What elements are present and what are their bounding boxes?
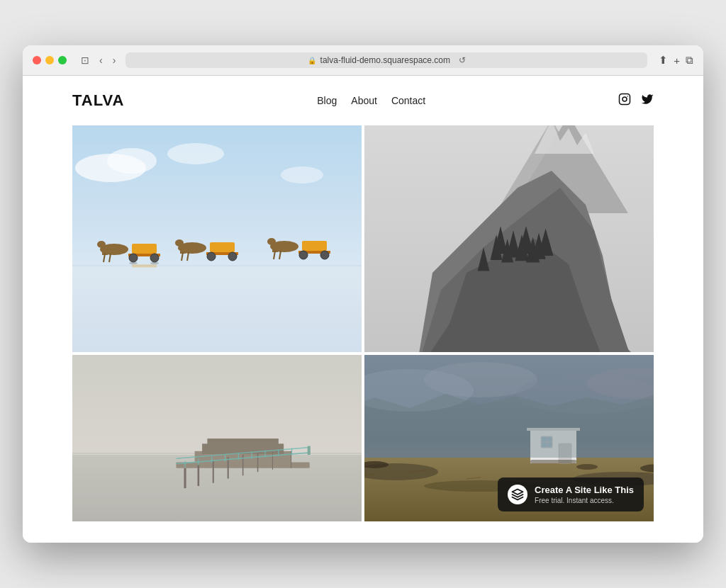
- nav-blog[interactable]: Blog: [317, 95, 337, 106]
- photo-shed[interactable]: Create A Site Like This Free trial. Inst…: [364, 355, 654, 521]
- close-button[interactable]: [33, 56, 41, 64]
- maximize-button[interactable]: [58, 56, 67, 64]
- svg-rect-8: [72, 267, 362, 352]
- minimize-button[interactable]: [45, 56, 54, 64]
- svg-rect-10: [132, 244, 157, 254]
- svg-point-13: [150, 254, 159, 262]
- svg-point-2: [627, 96, 628, 97]
- squarespace-cta[interactable]: Create A Site Like This Free trial. Inst…: [498, 477, 644, 511]
- svg-point-22: [228, 252, 237, 261]
- svg-rect-19: [210, 242, 235, 252]
- squarespace-logo: [508, 485, 527, 504]
- photo-horse-cart[interactable]: [72, 125, 362, 352]
- site-nav: Blog About Contact: [317, 95, 425, 106]
- cta-subtitle: Free trial. Instant access.: [535, 497, 634, 504]
- share-button[interactable]: ⬆: [659, 54, 668, 67]
- site-header: TALVA Blog About Contact: [23, 76, 703, 125]
- svg-point-21: [207, 252, 216, 261]
- instagram-icon[interactable]: [618, 93, 631, 109]
- sidebar-toggle-button[interactable]: ⊡: [78, 53, 92, 67]
- svg-point-1: [622, 97, 627, 101]
- svg-point-12: [129, 254, 138, 262]
- nav-about[interactable]: About: [351, 95, 377, 106]
- new-tab-button[interactable]: +: [674, 54, 680, 67]
- svg-rect-57: [364, 125, 654, 352]
- address-bar[interactable]: 🔒 talva-fluid-demo.squarespace.com ↺: [125, 52, 647, 68]
- browser-controls: ⊡ ‹ ›: [78, 53, 118, 67]
- svg-point-97: [576, 464, 598, 470]
- twitter-icon[interactable]: [641, 93, 654, 109]
- svg-rect-28: [302, 241, 327, 251]
- svg-point-25: [175, 239, 184, 247]
- svg-point-39: [150, 262, 159, 265]
- photo-pier[interactable]: [72, 355, 362, 521]
- traffic-lights: [33, 56, 67, 64]
- url-text: talva-fluid-demo.squarespace.com: [320, 55, 450, 65]
- photo-mountain[interactable]: [364, 125, 654, 352]
- site-brand[interactable]: TALVA: [72, 91, 124, 110]
- reload-button[interactable]: ↺: [459, 55, 466, 65]
- svg-rect-0: [620, 94, 630, 104]
- cta-text: Create A Site Like This Free trial. Inst…: [535, 485, 634, 504]
- back-button[interactable]: ‹: [96, 53, 106, 67]
- browser-window: ⊡ ‹ › 🔒 talva-fluid-demo.squarespace.com…: [23, 45, 703, 543]
- browser-actions: ⬆ + ⧉: [659, 54, 693, 67]
- nav-contact[interactable]: Contact: [391, 95, 425, 106]
- svg-point-16: [97, 241, 106, 248]
- photo-grid: Create A Site Like This Free trial. Inst…: [23, 125, 703, 543]
- svg-rect-85: [72, 355, 362, 521]
- svg-point-5: [107, 148, 157, 174]
- tabs-button[interactable]: ⧉: [686, 54, 693, 67]
- lock-icon: 🔒: [308, 57, 316, 64]
- site-content: TALVA Blog About Contact: [23, 76, 703, 543]
- svg-rect-104: [530, 460, 576, 463]
- svg-point-6: [167, 143, 224, 164]
- social-icons: [618, 93, 654, 109]
- svg-rect-37: [132, 264, 157, 267]
- forward-button[interactable]: ›: [110, 53, 119, 67]
- cta-title: Create A Site Like This: [535, 485, 634, 495]
- svg-point-31: [320, 251, 329, 259]
- svg-point-38: [129, 262, 138, 265]
- svg-point-7: [281, 166, 323, 183]
- browser-chrome: ⊡ ‹ › 🔒 talva-fluid-demo.squarespace.com…: [23, 45, 703, 76]
- svg-point-30: [299, 251, 308, 259]
- svg-point-34: [267, 238, 276, 245]
